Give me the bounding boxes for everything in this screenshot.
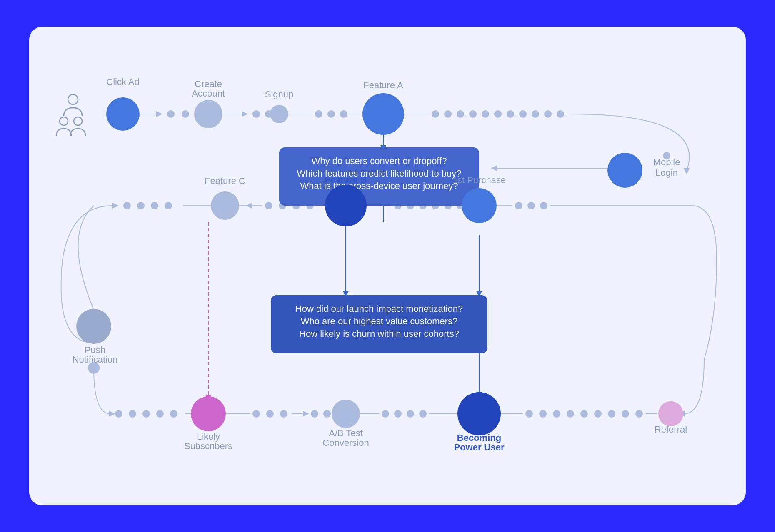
svg-point-22: [507, 110, 514, 118]
svg-point-12: [328, 110, 335, 118]
svg-point-17: [444, 110, 452, 118]
feature-a-node: [362, 93, 404, 135]
svg-point-25: [544, 110, 552, 118]
box1-line3: What is the cross-device user journey?: [300, 181, 458, 191]
svg-point-100: [622, 410, 629, 418]
svg-point-13: [340, 110, 348, 118]
svg-marker-30: [491, 165, 497, 171]
mobile-login-label2: Login: [655, 167, 678, 178]
svg-point-26: [557, 110, 564, 118]
svg-point-19: [469, 110, 477, 118]
box1-line2: Which features predict likelihood to buy…: [297, 168, 462, 179]
likely-subscribers-node: [191, 396, 226, 431]
svg-point-38: [165, 202, 172, 209]
box1-line1: Why do users convert or dropoff?: [312, 156, 447, 166]
push-notification-label2: Notification: [72, 354, 118, 365]
push-notification-node: [76, 309, 111, 344]
purchase-node: [462, 188, 497, 223]
create-account-label: Create: [195, 79, 222, 89]
power-user-node: [458, 392, 501, 435]
ab-test-label: A/B Test: [329, 428, 363, 438]
svg-point-103: [68, 94, 78, 104]
svg-point-93: [525, 410, 533, 418]
likely-subscribers-label2: Subscribers: [184, 441, 232, 451]
svg-point-18: [457, 110, 464, 118]
feature-c-node: [211, 191, 239, 220]
svg-point-71: [115, 410, 122, 418]
svg-point-96: [567, 410, 574, 418]
feature-b-node: [325, 185, 367, 226]
svg-point-105: [74, 117, 82, 125]
svg-point-56: [528, 202, 535, 209]
svg-point-11: [315, 110, 322, 118]
svg-point-101: [635, 410, 643, 418]
svg-marker-2: [156, 111, 162, 117]
signup-label: Signup: [265, 89, 294, 99]
svg-point-83: [311, 410, 318, 418]
likely-subscribers-label: Likely: [197, 431, 220, 442]
box2-line2: Who are our highest value customers?: [301, 316, 458, 326]
svg-point-89: [407, 410, 414, 418]
feature-c-label: Feature C: [205, 176, 245, 186]
svg-point-98: [594, 410, 602, 418]
svg-marker-45: [246, 203, 252, 209]
svg-marker-7: [242, 111, 248, 117]
svg-point-73: [142, 410, 150, 418]
svg-marker-27: [684, 168, 690, 174]
svg-point-88: [394, 410, 402, 418]
svg-point-23: [519, 110, 527, 118]
svg-point-78: [252, 410, 260, 418]
users-icon: [56, 94, 85, 136]
svg-point-75: [170, 410, 178, 418]
svg-point-55: [515, 202, 522, 209]
referral-node: [658, 401, 683, 426]
svg-point-20: [482, 110, 489, 118]
box2-line3: How likely is churn within user cohorts?: [299, 328, 459, 339]
signup-node: [270, 105, 288, 123]
referral-label: Referral: [655, 424, 687, 435]
svg-point-72: [129, 410, 136, 418]
mobile-login-node: [608, 153, 642, 188]
svg-point-4: [182, 110, 189, 118]
svg-point-79: [266, 410, 274, 418]
svg-point-74: [156, 410, 164, 418]
svg-point-36: [137, 202, 145, 209]
ab-test-node: [332, 400, 360, 428]
svg-point-104: [60, 117, 68, 125]
svg-point-84: [323, 410, 331, 418]
power-user-label: Becoming: [457, 433, 501, 443]
box2-line1: How did our launch impact monetization?: [295, 303, 463, 314]
feature-b-label: Feature B: [325, 174, 367, 185]
svg-marker-34: [112, 203, 119, 209]
svg-point-21: [494, 110, 502, 118]
feature-a-label: Feature A: [363, 80, 403, 90]
svg-point-37: [151, 202, 158, 209]
svg-point-97: [580, 410, 588, 418]
click-ad-label: Click Ad: [106, 77, 139, 87]
svg-marker-68: [109, 411, 115, 417]
create-account-label2: Account: [192, 88, 225, 99]
svg-point-3: [167, 110, 175, 118]
svg-marker-82: [303, 411, 309, 417]
create-account-node: [194, 100, 222, 128]
svg-point-87: [382, 410, 389, 418]
svg-point-8: [252, 110, 260, 118]
svg-point-95: [553, 410, 560, 418]
push-notification-label: Push: [85, 345, 105, 355]
svg-point-99: [608, 410, 615, 418]
svg-point-94: [539, 410, 547, 418]
svg-point-90: [419, 410, 427, 418]
mobile-login-label: Mobile: [653, 157, 680, 167]
click-ad-node: [106, 97, 140, 131]
svg-point-41: [265, 202, 272, 209]
purchase-label: 1st Purchase: [452, 175, 506, 185]
svg-point-24: [532, 110, 539, 118]
main-card: Why do users convert or dropoff? Which f…: [29, 27, 746, 505]
power-user-label2: Power User: [454, 442, 504, 452]
svg-point-16: [432, 110, 439, 118]
svg-point-57: [540, 202, 548, 209]
ab-test-label2: Conversion: [322, 438, 369, 448]
svg-point-80: [280, 410, 288, 418]
svg-point-35: [123, 202, 131, 209]
